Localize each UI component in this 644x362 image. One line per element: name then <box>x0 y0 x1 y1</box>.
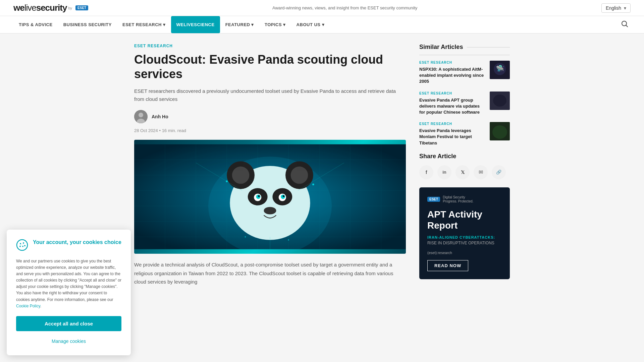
article-read-time: 16 min. read <box>162 128 186 133</box>
svg-point-25 <box>291 167 308 184</box>
nav-item-business-security[interactable]: BUSINESS SECURITY <box>58 16 117 33</box>
nav-items: TIPS & ADVICE BUSINESS SECURITY ESET RES… <box>13 16 330 33</box>
similar-article-title: Evasive Panda leverages Monlam Festival … <box>419 128 486 146</box>
eset-subtitle: Digital Security <box>443 195 473 199</box>
article-meta: 28 Oct 2024 • 16 min. read <box>134 128 406 133</box>
chevron-down-icon: ▾ <box>322 22 325 27</box>
apt-banner-title: APT Activity Report <box>427 209 502 231</box>
facebook-share-button[interactable]: f <box>419 165 433 179</box>
nav-item-tips-advice[interactable]: TIPS & ADVICE <box>13 16 58 33</box>
svg-point-38 <box>288 239 289 241</box>
nav-item-about-us[interactable]: ABOUT US ▾ <box>291 16 330 33</box>
apt-banner-logo: ESET Digital Security Progress. Protecte… <box>427 195 502 203</box>
apt-activity-banner: ESET Digital Security Progress. Protecte… <box>419 187 510 279</box>
nav-item-eset-research[interactable]: ESET RESEARCH ▾ <box>117 16 171 33</box>
similar-article-content: ESET RESEARCH NSPX30: A sophisticated Ai… <box>419 61 486 85</box>
cookie-icon <box>16 239 28 253</box>
chevron-down-icon: ▾ <box>163 22 166 27</box>
similar-article-content: ESET RESEARCH Evasive Panda leverages Mo… <box>419 122 486 146</box>
svg-point-48 <box>492 125 507 139</box>
top-bar: welivesecurity by ESET Award-winning new… <box>0 0 644 16</box>
apt-banner-tag: IRAN-ALIGNED CYBERATTACKS: <box>427 235 502 239</box>
nav-label-featured: FEATURED <box>225 22 250 27</box>
navigation-bar: TIPS & ADVICE BUSINESS SECURITY ESET RES… <box>0 16 644 34</box>
nav-item-featured[interactable]: FEATURED ▾ <box>220 16 259 33</box>
svg-line-1 <box>626 25 628 27</box>
panda-illustration <box>134 140 406 254</box>
cookie-title: Your account, your cookies choice <box>33 239 121 246</box>
eset-tagline: Progress. Protected. <box>443 199 473 203</box>
nav-label-tips: TIPS & ADVICE <box>19 22 53 27</box>
email-icon: ✉ <box>479 169 483 175</box>
similar-article-category: ESET RESEARCH <box>419 61 486 64</box>
svg-point-33 <box>283 195 285 197</box>
svg-point-24 <box>232 167 250 184</box>
share-article-heading: Share Article <box>419 153 510 160</box>
linkedin-icon: in <box>442 170 446 175</box>
article-date: 28 Oct 2024 <box>134 128 158 133</box>
cookie-header: Your account, your cookies choice <box>16 239 121 253</box>
similar-article-thumbnail <box>490 92 510 110</box>
site-logo[interactable]: welivesecurity by ESET <box>13 3 88 13</box>
svg-point-34 <box>264 207 276 215</box>
logo-by: by <box>68 6 72 10</box>
nav-item-topics[interactable]: TOPICS ▾ <box>259 16 291 33</box>
apt-read-now-button[interactable]: READ NOW <box>427 260 468 271</box>
svg-point-46 <box>493 95 506 107</box>
eset-logo-badge: ESET <box>427 197 440 202</box>
meta-separator: • <box>159 128 162 133</box>
article-title: CloudScout: Evasive Panda scouting cloud… <box>134 52 406 81</box>
site-tagline: Award-winning news, views, and insight f… <box>88 5 601 10</box>
cookie-consent-modal: Your account, your cookies choice We and… <box>7 230 131 296</box>
eset-badge: ESET <box>75 5 88 10</box>
search-button[interactable] <box>619 18 631 32</box>
svg-point-51 <box>23 242 24 244</box>
similar-article-content: ESET RESEARCH Evasive Panda APT group de… <box>419 92 486 116</box>
nav-label-business: BUSINESS SECURITY <box>63 22 112 27</box>
language-selector[interactable]: English ▾ <box>601 3 631 13</box>
svg-point-32 <box>258 195 260 197</box>
main-content: ESET RESEARCH CloudScout: Evasive Panda … <box>121 34 523 296</box>
share-icons-row: f in 𝕏 ✉ 🔗 <box>419 165 510 179</box>
author-name: Anh Ho <box>152 114 168 119</box>
cookie-body-text: We and our partners use cookies to give … <box>16 258 121 296</box>
linkedin-share-button[interactable]: in <box>437 165 451 179</box>
nav-label-topics: TOPICS <box>265 22 282 27</box>
nav-label-welivescience: WeLiveScience <box>176 22 215 27</box>
twitter-icon: 𝕏 <box>461 170 465 175</box>
similar-article-thumbnail <box>490 122 510 140</box>
chevron-down-icon: ▾ <box>624 5 626 11</box>
svg-point-36 <box>312 184 314 186</box>
sidebar: Similar Articles ESET RESEARCH NSPX30: A… <box>419 44 510 286</box>
svg-point-3 <box>139 113 143 117</box>
nav-label-eset-research: ESET RESEARCH <box>122 22 162 27</box>
chevron-down-icon: ▾ <box>251 22 254 27</box>
similar-articles-heading: Similar Articles <box>419 44 510 55</box>
similar-article-thumbnail: 🛸 <box>490 61 510 79</box>
similar-article-item[interactable]: ESET RESEARCH NSPX30: A sophisticated Ai… <box>419 61 510 85</box>
twitter-share-button[interactable]: 𝕏 <box>455 165 470 179</box>
similar-article-item[interactable]: ESET RESEARCH Evasive Panda APT group de… <box>419 92 510 116</box>
facebook-icon: f <box>426 170 427 175</box>
similar-article-item[interactable]: ESET RESEARCH Evasive Panda leverages Mo… <box>419 122 510 146</box>
svg-point-37 <box>245 236 246 238</box>
link-icon: 🔗 <box>496 170 501 175</box>
copy-link-button[interactable]: 🔗 <box>492 165 506 179</box>
nav-label-about: ABOUT US <box>297 22 321 27</box>
apt-banner-description: RISE IN DISRUPTIVE OPERATIONS <box>427 241 502 245</box>
article-area: ESET RESEARCH CloudScout: Evasive Panda … <box>134 44 406 286</box>
article-hero-image <box>134 140 406 254</box>
apt-research-label: (eset):research <box>427 251 502 255</box>
author-info: Anh Ho <box>134 110 406 123</box>
chevron-down-icon: ▾ <box>283 22 286 27</box>
similar-article-title: NSPX30: A sophisticated AitM-enabled imp… <box>419 66 486 85</box>
logo-text: welivesecurity <box>13 3 67 13</box>
language-label: English <box>606 5 621 11</box>
similar-article-title: Evasive Panda APT group delivers malware… <box>419 97 486 116</box>
email-share-button[interactable]: ✉ <box>474 165 488 179</box>
similar-article-category: ESET RESEARCH <box>419 122 486 126</box>
avatar <box>134 110 148 123</box>
article-excerpt: We provide a technical analysis of Cloud… <box>134 260 406 286</box>
nav-item-welivescience[interactable]: WeLiveScience <box>171 16 220 33</box>
article-description: ESET researchers discovered a previously… <box>134 87 406 103</box>
